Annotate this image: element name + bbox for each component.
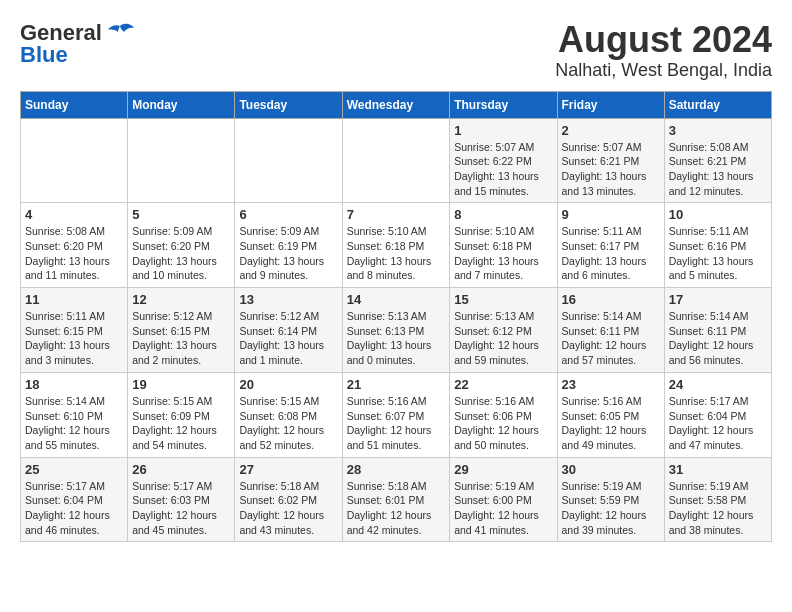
cell-info-text: Sunrise: 5:13 AM Sunset: 6:12 PM Dayligh… bbox=[454, 309, 552, 368]
cell-day-number: 14 bbox=[347, 292, 446, 307]
cell-info-text: Sunrise: 5:14 AM Sunset: 6:11 PM Dayligh… bbox=[669, 309, 767, 368]
calendar-cell: 1Sunrise: 5:07 AM Sunset: 6:22 PM Daylig… bbox=[450, 118, 557, 203]
cell-info-text: Sunrise: 5:16 AM Sunset: 6:05 PM Dayligh… bbox=[562, 394, 660, 453]
header-friday: Friday bbox=[557, 91, 664, 118]
cell-info-text: Sunrise: 5:19 AM Sunset: 6:00 PM Dayligh… bbox=[454, 479, 552, 538]
calendar-cell: 15Sunrise: 5:13 AM Sunset: 6:12 PM Dayli… bbox=[450, 288, 557, 373]
calendar-cell: 9Sunrise: 5:11 AM Sunset: 6:17 PM Daylig… bbox=[557, 203, 664, 288]
header-row: Sunday Monday Tuesday Wednesday Thursday… bbox=[21, 91, 772, 118]
cell-info-text: Sunrise: 5:07 AM Sunset: 6:21 PM Dayligh… bbox=[562, 140, 660, 199]
cell-info-text: Sunrise: 5:16 AM Sunset: 6:07 PM Dayligh… bbox=[347, 394, 446, 453]
cell-info-text: Sunrise: 5:14 AM Sunset: 6:10 PM Dayligh… bbox=[25, 394, 123, 453]
cell-day-number: 20 bbox=[239, 377, 337, 392]
header-sunday: Sunday bbox=[21, 91, 128, 118]
cell-info-text: Sunrise: 5:14 AM Sunset: 6:11 PM Dayligh… bbox=[562, 309, 660, 368]
cell-info-text: Sunrise: 5:17 AM Sunset: 6:03 PM Dayligh… bbox=[132, 479, 230, 538]
cell-day-number: 6 bbox=[239, 207, 337, 222]
calendar-cell: 4Sunrise: 5:08 AM Sunset: 6:20 PM Daylig… bbox=[21, 203, 128, 288]
cell-info-text: Sunrise: 5:09 AM Sunset: 6:20 PM Dayligh… bbox=[132, 224, 230, 283]
calendar-cell bbox=[235, 118, 342, 203]
header-tuesday: Tuesday bbox=[235, 91, 342, 118]
calendar-cell: 8Sunrise: 5:10 AM Sunset: 6:18 PM Daylig… bbox=[450, 203, 557, 288]
cell-day-number: 24 bbox=[669, 377, 767, 392]
page-header: General Blue August 2024 Nalhati, West B… bbox=[20, 20, 772, 81]
cell-info-text: Sunrise: 5:18 AM Sunset: 6:01 PM Dayligh… bbox=[347, 479, 446, 538]
cell-day-number: 31 bbox=[669, 462, 767, 477]
calendar-cell: 18Sunrise: 5:14 AM Sunset: 6:10 PM Dayli… bbox=[21, 372, 128, 457]
week-row-1: 4Sunrise: 5:08 AM Sunset: 6:20 PM Daylig… bbox=[21, 203, 772, 288]
cell-day-number: 7 bbox=[347, 207, 446, 222]
cell-day-number: 2 bbox=[562, 123, 660, 138]
cell-day-number: 19 bbox=[132, 377, 230, 392]
calendar-title: August 2024 bbox=[555, 20, 772, 60]
cell-info-text: Sunrise: 5:10 AM Sunset: 6:18 PM Dayligh… bbox=[347, 224, 446, 283]
calendar-cell: 29Sunrise: 5:19 AM Sunset: 6:00 PM Dayli… bbox=[450, 457, 557, 542]
calendar-cell: 2Sunrise: 5:07 AM Sunset: 6:21 PM Daylig… bbox=[557, 118, 664, 203]
cell-day-number: 5 bbox=[132, 207, 230, 222]
cell-day-number: 21 bbox=[347, 377, 446, 392]
cell-day-number: 16 bbox=[562, 292, 660, 307]
cell-info-text: Sunrise: 5:19 AM Sunset: 5:58 PM Dayligh… bbox=[669, 479, 767, 538]
cell-info-text: Sunrise: 5:13 AM Sunset: 6:13 PM Dayligh… bbox=[347, 309, 446, 368]
calendar-cell: 7Sunrise: 5:10 AM Sunset: 6:18 PM Daylig… bbox=[342, 203, 450, 288]
cell-info-text: Sunrise: 5:11 AM Sunset: 6:16 PM Dayligh… bbox=[669, 224, 767, 283]
cell-day-number: 4 bbox=[25, 207, 123, 222]
calendar-cell: 22Sunrise: 5:16 AM Sunset: 6:06 PM Dayli… bbox=[450, 372, 557, 457]
calendar-cell: 11Sunrise: 5:11 AM Sunset: 6:15 PM Dayli… bbox=[21, 288, 128, 373]
cell-day-number: 15 bbox=[454, 292, 552, 307]
calendar-cell bbox=[128, 118, 235, 203]
calendar-cell: 28Sunrise: 5:18 AM Sunset: 6:01 PM Dayli… bbox=[342, 457, 450, 542]
calendar-cell: 17Sunrise: 5:14 AM Sunset: 6:11 PM Dayli… bbox=[664, 288, 771, 373]
calendar-cell: 30Sunrise: 5:19 AM Sunset: 5:59 PM Dayli… bbox=[557, 457, 664, 542]
calendar-cell: 27Sunrise: 5:18 AM Sunset: 6:02 PM Dayli… bbox=[235, 457, 342, 542]
header-saturday: Saturday bbox=[664, 91, 771, 118]
cell-day-number: 27 bbox=[239, 462, 337, 477]
calendar-cell: 14Sunrise: 5:13 AM Sunset: 6:13 PM Dayli… bbox=[342, 288, 450, 373]
calendar-cell: 16Sunrise: 5:14 AM Sunset: 6:11 PM Dayli… bbox=[557, 288, 664, 373]
cell-day-number: 18 bbox=[25, 377, 123, 392]
calendar-cell: 21Sunrise: 5:16 AM Sunset: 6:07 PM Dayli… bbox=[342, 372, 450, 457]
header-thursday: Thursday bbox=[450, 91, 557, 118]
cell-day-number: 13 bbox=[239, 292, 337, 307]
logo: General Blue bbox=[20, 20, 134, 68]
cell-day-number: 11 bbox=[25, 292, 123, 307]
cell-day-number: 3 bbox=[669, 123, 767, 138]
cell-day-number: 29 bbox=[454, 462, 552, 477]
cell-info-text: Sunrise: 5:07 AM Sunset: 6:22 PM Dayligh… bbox=[454, 140, 552, 199]
cell-info-text: Sunrise: 5:11 AM Sunset: 6:15 PM Dayligh… bbox=[25, 309, 123, 368]
cell-info-text: Sunrise: 5:09 AM Sunset: 6:19 PM Dayligh… bbox=[239, 224, 337, 283]
cell-info-text: Sunrise: 5:17 AM Sunset: 6:04 PM Dayligh… bbox=[25, 479, 123, 538]
cell-info-text: Sunrise: 5:19 AM Sunset: 5:59 PM Dayligh… bbox=[562, 479, 660, 538]
calendar-cell: 3Sunrise: 5:08 AM Sunset: 6:21 PM Daylig… bbox=[664, 118, 771, 203]
calendar-cell: 6Sunrise: 5:09 AM Sunset: 6:19 PM Daylig… bbox=[235, 203, 342, 288]
cell-info-text: Sunrise: 5:15 AM Sunset: 6:09 PM Dayligh… bbox=[132, 394, 230, 453]
cell-day-number: 28 bbox=[347, 462, 446, 477]
cell-day-number: 17 bbox=[669, 292, 767, 307]
cell-info-text: Sunrise: 5:08 AM Sunset: 6:20 PM Dayligh… bbox=[25, 224, 123, 283]
calendar-cell: 10Sunrise: 5:11 AM Sunset: 6:16 PM Dayli… bbox=[664, 203, 771, 288]
title-block: August 2024 Nalhati, West Bengal, India bbox=[555, 20, 772, 81]
calendar-body: 1Sunrise: 5:07 AM Sunset: 6:22 PM Daylig… bbox=[21, 118, 772, 542]
header-monday: Monday bbox=[128, 91, 235, 118]
cell-day-number: 1 bbox=[454, 123, 552, 138]
week-row-2: 11Sunrise: 5:11 AM Sunset: 6:15 PM Dayli… bbox=[21, 288, 772, 373]
header-wednesday: Wednesday bbox=[342, 91, 450, 118]
cell-day-number: 9 bbox=[562, 207, 660, 222]
cell-info-text: Sunrise: 5:11 AM Sunset: 6:17 PM Dayligh… bbox=[562, 224, 660, 283]
cell-day-number: 23 bbox=[562, 377, 660, 392]
logo-bird-icon bbox=[106, 22, 134, 44]
cell-day-number: 8 bbox=[454, 207, 552, 222]
calendar-cell: 25Sunrise: 5:17 AM Sunset: 6:04 PM Dayli… bbox=[21, 457, 128, 542]
calendar-cell bbox=[21, 118, 128, 203]
cell-info-text: Sunrise: 5:10 AM Sunset: 6:18 PM Dayligh… bbox=[454, 224, 552, 283]
calendar-table: Sunday Monday Tuesday Wednesday Thursday… bbox=[20, 91, 772, 543]
cell-info-text: Sunrise: 5:18 AM Sunset: 6:02 PM Dayligh… bbox=[239, 479, 337, 538]
calendar-cell: 5Sunrise: 5:09 AM Sunset: 6:20 PM Daylig… bbox=[128, 203, 235, 288]
calendar-cell: 31Sunrise: 5:19 AM Sunset: 5:58 PM Dayli… bbox=[664, 457, 771, 542]
cell-info-text: Sunrise: 5:17 AM Sunset: 6:04 PM Dayligh… bbox=[669, 394, 767, 453]
cell-day-number: 12 bbox=[132, 292, 230, 307]
calendar-cell: 20Sunrise: 5:15 AM Sunset: 6:08 PM Dayli… bbox=[235, 372, 342, 457]
cell-day-number: 10 bbox=[669, 207, 767, 222]
calendar-cell: 23Sunrise: 5:16 AM Sunset: 6:05 PM Dayli… bbox=[557, 372, 664, 457]
calendar-cell: 12Sunrise: 5:12 AM Sunset: 6:15 PM Dayli… bbox=[128, 288, 235, 373]
